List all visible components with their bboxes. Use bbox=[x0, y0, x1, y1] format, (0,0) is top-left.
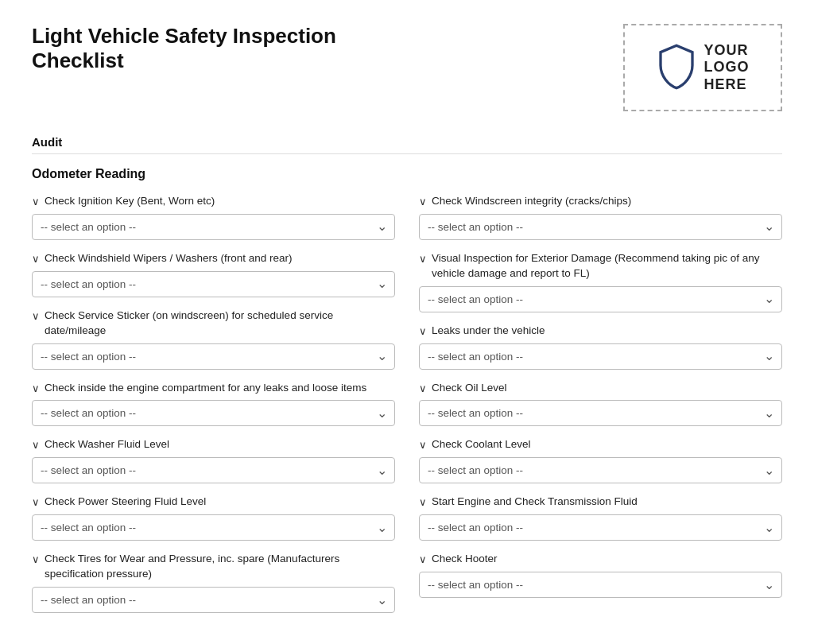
washer-fluid-select[interactable]: -- select an option -- Pass Fail N/A bbox=[32, 457, 395, 483]
washer-fluid-select-wrapper: -- select an option -- Pass Fail N/A bbox=[32, 457, 395, 483]
chevron-down-icon: ∨ bbox=[419, 253, 427, 265]
hooter-select[interactable]: -- select an option -- Pass Fail N/A bbox=[419, 572, 782, 598]
power-steering-select-wrapper: -- select an option -- Pass Fail N/A bbox=[32, 514, 395, 541]
list-item: ∨ Check Service Sticker (on windscreen) … bbox=[32, 308, 395, 370]
transmission-select-wrapper: -- select an option -- Pass Fail N/A bbox=[419, 514, 782, 541]
list-item: ∨ Check Oil Level -- select an option --… bbox=[419, 381, 782, 427]
chevron-down-icon: ∨ bbox=[32, 439, 40, 451]
right-column: ∨ Check Windscreen integrity (cracks/chi… bbox=[419, 194, 782, 624]
transmission-select[interactable]: -- select an option -- Pass Fail N/A bbox=[419, 514, 782, 541]
coolant-select[interactable]: -- select an option -- Pass Fail N/A bbox=[419, 457, 782, 483]
oil-level-select[interactable]: -- select an option -- Pass Fail N/A bbox=[419, 400, 782, 426]
shield-icon bbox=[657, 43, 696, 93]
checklist-grid: ∨ Check Ignition Key (Bent, Worn etc) --… bbox=[32, 194, 782, 624]
item-label-text: Check Hooter bbox=[432, 552, 498, 567]
chevron-down-icon: ∨ bbox=[32, 553, 40, 565]
tires-select-wrapper: -- select an option -- Pass Fail N/A bbox=[32, 587, 395, 613]
item-label-text: Leaks under the vehicle bbox=[432, 324, 545, 339]
chevron-down-icon: ∨ bbox=[419, 553, 427, 565]
list-item: ∨ Check Tires for Wear and Pressure, inc… bbox=[32, 552, 395, 613]
list-item: ∨ Check Hooter -- select an option -- Pa… bbox=[419, 552, 782, 598]
chevron-down-icon: ∨ bbox=[32, 196, 40, 208]
item-label-text: Check Power Steering Fluid Level bbox=[45, 495, 206, 510]
list-item: ∨ Check inside the engine compartment fo… bbox=[32, 381, 395, 427]
item-label-text: Check Tires for Wear and Pressure, inc. … bbox=[45, 552, 395, 582]
list-item: ∨ Check Coolant Level -- select an optio… bbox=[419, 437, 782, 483]
service-sticker-select-wrapper: -- select an option -- Pass Fail N/A bbox=[32, 343, 395, 370]
left-column: ∨ Check Ignition Key (Bent, Worn etc) --… bbox=[32, 194, 395, 624]
odometer-label: Odometer Reading bbox=[32, 167, 782, 181]
list-item: ∨ Visual Inspection for Exterior Damage … bbox=[419, 251, 782, 312]
chevron-down-icon: ∨ bbox=[419, 496, 427, 508]
coolant-select-wrapper: -- select an option -- Pass Fail N/A bbox=[419, 457, 782, 483]
chevron-down-icon: ∨ bbox=[419, 382, 427, 394]
item-label-text: Check Oil Level bbox=[432, 381, 507, 396]
chevron-down-icon: ∨ bbox=[419, 196, 427, 208]
chevron-down-icon: ∨ bbox=[32, 382, 40, 394]
item-label-text: Check Washer Fluid Level bbox=[45, 437, 169, 452]
chevron-down-icon: ∨ bbox=[419, 325, 427, 337]
exterior-damage-select[interactable]: -- select an option -- Pass Fail N/A bbox=[419, 286, 782, 312]
logo-placeholder: YOURLOGOHERE bbox=[623, 24, 782, 111]
windscreen-select[interactable]: -- select an option -- Pass Fail N/A bbox=[419, 214, 782, 240]
list-item: ∨ Check Power Steering Fluid Level -- se… bbox=[32, 495, 395, 541]
list-item: ∨ Start Engine and Check Transmission Fl… bbox=[419, 495, 782, 541]
list-item: ∨ Leaks under the vehicle -- select an o… bbox=[419, 324, 782, 370]
list-item: ∨ Check Washer Fluid Level -- select an … bbox=[32, 437, 395, 483]
item-label-text: Check Service Sticker (on windscreen) fo… bbox=[45, 308, 395, 339]
list-item: ∨ Check Windshield Wipers / Washers (fro… bbox=[32, 251, 395, 297]
chevron-down-icon: ∨ bbox=[419, 439, 427, 451]
wipers-select[interactable]: -- select an option -- Pass Fail N/A bbox=[32, 271, 395, 297]
audit-label: Audit bbox=[32, 135, 782, 149]
engine-compartment-select[interactable]: -- select an option -- Pass Fail N/A bbox=[32, 400, 395, 426]
exterior-damage-select-wrapper: -- select an option -- Pass Fail N/A bbox=[419, 286, 782, 312]
leaks-select[interactable]: -- select an option -- Pass Fail N/A bbox=[419, 343, 782, 370]
leaks-select-wrapper: -- select an option -- Pass Fail N/A bbox=[419, 343, 782, 370]
ignition-key-select-wrapper: -- select an option -- Pass Fail N/A bbox=[32, 214, 395, 240]
item-label-text: Start Engine and Check Transmission Flui… bbox=[432, 495, 638, 510]
service-sticker-select[interactable]: -- select an option -- Pass Fail N/A bbox=[32, 343, 395, 370]
page-header: Light Vehicle Safety Inspection Checklis… bbox=[32, 24, 782, 111]
chevron-down-icon: ∨ bbox=[32, 310, 40, 322]
engine-compartment-select-wrapper: -- select an option -- Pass Fail N/A bbox=[32, 400, 395, 426]
chevron-down-icon: ∨ bbox=[32, 253, 40, 265]
hooter-select-wrapper: -- select an option -- Pass Fail N/A bbox=[419, 572, 782, 598]
item-label-text: Check Coolant Level bbox=[432, 437, 531, 452]
list-item: ∨ Check Windscreen integrity (cracks/chi… bbox=[419, 194, 782, 240]
oil-level-select-wrapper: -- select an option -- Pass Fail N/A bbox=[419, 400, 782, 426]
ignition-key-select[interactable]: -- select an option -- Pass Fail N/A bbox=[32, 214, 395, 240]
page-title: Light Vehicle Safety Inspection Checklis… bbox=[32, 24, 429, 73]
item-label-text: Check Windscreen integrity (cracks/chips… bbox=[432, 194, 631, 209]
logo-text: YOURLOGOHERE bbox=[704, 42, 750, 94]
item-label-text: Check Ignition Key (Bent, Worn etc) bbox=[45, 194, 215, 209]
tires-select[interactable]: -- select an option -- Pass Fail N/A bbox=[32, 587, 395, 613]
wipers-select-wrapper: -- select an option -- Pass Fail N/A bbox=[32, 271, 395, 297]
item-label-text: Check Windshield Wipers / Washers (front… bbox=[45, 251, 293, 266]
item-label-text: Visual Inspection for Exterior Damage (R… bbox=[432, 251, 782, 281]
power-steering-select[interactable]: -- select an option -- Pass Fail N/A bbox=[32, 514, 395, 541]
item-label-text: Check inside the engine compartment for … bbox=[45, 381, 366, 396]
chevron-down-icon: ∨ bbox=[32, 496, 40, 508]
windscreen-select-wrapper: -- select an option -- Pass Fail N/A bbox=[419, 214, 782, 240]
list-item: ∨ Check Ignition Key (Bent, Worn etc) --… bbox=[32, 194, 395, 240]
